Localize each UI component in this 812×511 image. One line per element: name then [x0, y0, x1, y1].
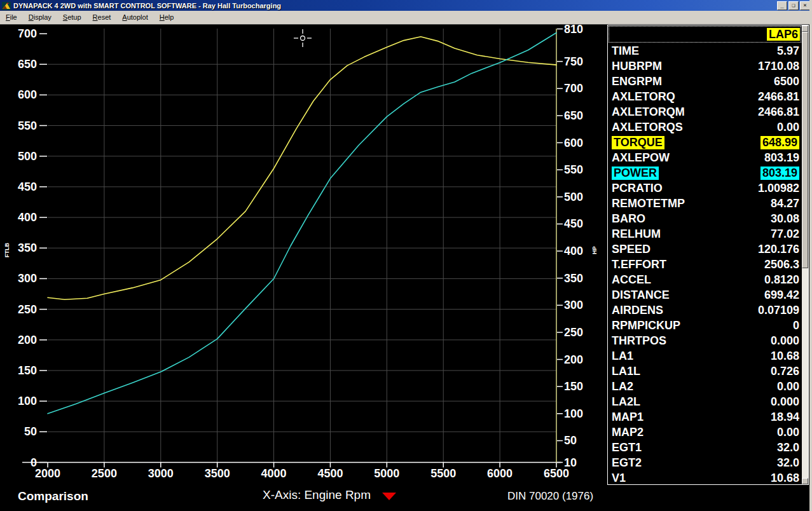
param-label: T.EFFORT	[612, 258, 666, 271]
close-button[interactable]: ×	[800, 1, 810, 10]
row-distance[interactable]: DISTANCE699.42	[608, 287, 808, 303]
param-label: AXLETORQM	[612, 106, 685, 119]
right-tick-label: 50	[564, 434, 577, 447]
right-tick-label: 150	[564, 380, 583, 393]
x-axis: 2000250030003500400045005000550060006500	[22, 463, 569, 480]
dropdown-arrow-icon[interactable]	[382, 493, 396, 500]
row-la1[interactable]: LA110.68	[608, 348, 808, 364]
x-tick-label: 6500	[544, 467, 569, 480]
param-value: 803.19	[764, 151, 799, 165]
param-label: RELHUM	[612, 228, 661, 241]
menu-display[interactable]: Display	[23, 11, 57, 24]
menu-reset[interactable]: Reset	[87, 11, 117, 24]
row-airdens[interactable]: AIRDENS0.07109	[608, 303, 808, 318]
param-value: 699.42	[764, 289, 799, 302]
row-egt2[interactable]: EGT232.0	[608, 455, 808, 470]
param-label: MAP2	[612, 426, 643, 439]
param-value: 30.08	[771, 212, 799, 226]
param-label: TORQUE	[612, 136, 664, 149]
row-thrtpos[interactable]: THRTPOS0.000	[608, 333, 808, 348]
row-la1l[interactable]: LA1L0.726	[608, 364, 808, 379]
row-axletorqs[interactable]: AXLETORQS0.00	[608, 119, 808, 135]
row-accel[interactable]: ACCEL0.8120	[608, 272, 808, 287]
param-value: 648.99	[760, 136, 799, 149]
row-axlepow[interactable]: AXLEPOW803.19	[608, 150, 808, 165]
right-tick-label: 750	[564, 55, 583, 68]
param-value: 2466.81	[758, 106, 799, 119]
x-tick-label: 4000	[261, 467, 287, 480]
right-axis-unit-label: HP	[591, 246, 598, 254]
restore-button[interactable]: ❏	[788, 1, 799, 10]
param-label: SPEED	[612, 243, 650, 256]
window-controls: _ ❏ ×	[777, 1, 810, 10]
row-engrpm[interactable]: ENGRPM6500	[608, 74, 808, 89]
menu-bar: FileDisplaySetupResetAutoplotHelp	[0, 11, 812, 25]
left-tick-label: 300	[18, 272, 37, 285]
panel-scrollbar[interactable]	[802, 25, 808, 484]
left-y-axis: 0501001502002503003504004505005506006507…	[4, 27, 47, 469]
x-tick-label: 3500	[205, 467, 230, 480]
minimize-button[interactable]: _	[777, 1, 787, 10]
row-hubrpm[interactable]: HUBRPM1710.08	[608, 58, 808, 74]
row-remotetmp[interactable]: REMOTETMP84.27	[608, 196, 808, 211]
row-rpmpickup[interactable]: RPMPICKUP0	[608, 318, 808, 333]
row-baro[interactable]: BARO30.08	[608, 211, 808, 226]
param-value: 0.8120	[764, 273, 799, 287]
param-label: BARO	[612, 212, 645, 226]
x-tick-label: 5500	[430, 467, 456, 480]
param-label: V1	[612, 472, 626, 485]
param-label: TIME	[612, 44, 639, 58]
x-tick-label: 6000	[487, 467, 513, 480]
row-pcratio[interactable]: PCRATIO1.00982	[608, 181, 808, 196]
left-axis-unit-label: FTLB	[4, 243, 10, 257]
row-power[interactable]: POWER803.19	[608, 165, 808, 181]
param-label: LA2L	[612, 395, 640, 409]
param-value: 120.176	[758, 243, 799, 256]
param-value: 32.0	[777, 456, 799, 470]
menu-setup[interactable]: Setup	[57, 11, 87, 24]
x-axis-selector[interactable]: X-Axis: Engine Rpm	[263, 488, 396, 502]
row-la2l[interactable]: LA2L0.000	[608, 394, 808, 409]
scrollbar-thumb[interactable]	[802, 32, 808, 268]
row-la2[interactable]: LA20.00	[608, 379, 808, 394]
scroll-down-button[interactable]	[802, 478, 808, 484]
param-value: 0.000	[771, 395, 799, 409]
row-teffort[interactable]: T.EFFORT2506.3	[608, 257, 808, 272]
right-tick-label: 250	[564, 326, 583, 339]
torque-curve	[48, 37, 556, 299]
param-value: 803.19	[760, 167, 799, 180]
row-v1[interactable]: V110.68	[608, 470, 808, 485]
lap-selector[interactable]: LAP6	[609, 26, 801, 43]
live-data-panel[interactable]: LAP6TIME5.97HUBRPM1710.08ENGRPM6500AXLET…	[607, 25, 809, 485]
row-speed[interactable]: SPEED120.176	[608, 242, 808, 257]
row-axletorq[interactable]: AXLETORQ2466.81	[608, 89, 808, 104]
menu-file[interactable]: File	[0, 11, 23, 24]
scroll-up-button[interactable]	[802, 25, 808, 32]
right-tick-label: 350	[564, 272, 583, 285]
left-tick-label: 100	[18, 395, 37, 407]
right-tick-label: 200	[564, 353, 583, 366]
param-label: REMOTETMP	[612, 197, 685, 210]
row-axletorqm[interactable]: AXLETORQM2466.81	[608, 104, 808, 119]
param-value: 0.00	[777, 380, 799, 393]
right-y-axis: 1050100150200250300350400450500550600650…	[556, 23, 598, 469]
row-map2[interactable]: MAP20.00	[608, 425, 808, 440]
row-map1[interactable]: MAP118.94	[608, 409, 808, 425]
menu-help[interactable]: Help	[154, 11, 180, 24]
param-label: RPMPICKUP	[612, 319, 680, 332]
row-torque[interactable]: TORQUE648.99	[608, 135, 808, 150]
param-label: EGT2	[612, 456, 642, 470]
row-relhum[interactable]: RELHUM77.02	[608, 226, 808, 242]
right-tick-label: 300	[564, 299, 583, 311]
right-tick-label: 650	[564, 109, 583, 122]
left-tick-label: 50	[24, 425, 37, 438]
left-tick-label: 200	[18, 334, 37, 346]
left-tick-label: 250	[18, 303, 37, 316]
param-value: 84.27	[771, 197, 799, 210]
row-egt1[interactable]: EGT132.0	[608, 440, 808, 455]
left-tick-label: 600	[18, 88, 37, 101]
param-value: 1.00982	[758, 182, 799, 195]
menu-autoplot[interactable]: Autoplot	[116, 11, 153, 24]
row-time[interactable]: TIME5.97	[608, 43, 808, 58]
title-bar[interactable]: DYNAPACK 4 2WD with SMART CONTROL SOFTWA…	[0, 0, 812, 11]
